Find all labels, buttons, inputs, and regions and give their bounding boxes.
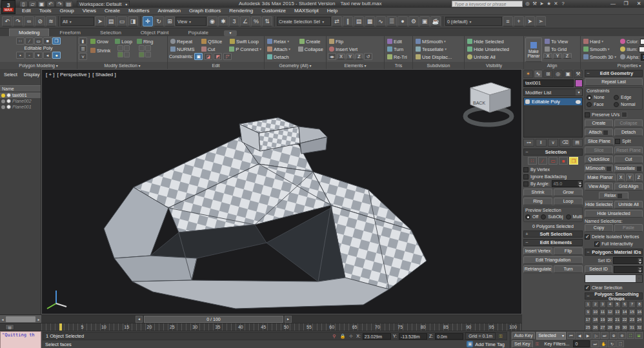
retriangulate-button[interactable]: Retriangulate: [523, 265, 552, 273]
next-frame-icon[interactable]: ▷: [592, 332, 600, 339]
smoothing-group-button[interactable]: 9: [585, 309, 591, 316]
ring-shrink-button[interactable]: [145, 45, 151, 51]
pan-icon[interactable]: ✋: [599, 340, 607, 347]
hide-unselected-button[interactable]: Hide Unselected: [585, 210, 643, 218]
current-frame-field[interactable]: 0: [573, 340, 590, 347]
explorer-name-column-header[interactable]: Name: [0, 85, 41, 92]
absolute-mode-icon[interactable]: ⊹: [348, 333, 354, 340]
border-subobject-icon[interactable]: ▭: [548, 157, 558, 165]
reset-axis-icon[interactable]: ↺: [364, 53, 372, 60]
bind-to-space-warp-icon[interactable]: ≋: [46, 16, 56, 26]
list-item[interactable]: taxi001: [0, 92, 41, 98]
ignore-backfacing-checkbox[interactable]: Ignore Backfacing: [523, 173, 583, 180]
msmooth-settings-button[interactable]: [606, 166, 612, 172]
relax-settings-button[interactable]: [617, 193, 623, 199]
menu-item[interactable]: Modifiers: [125, 8, 153, 14]
smoothing-group-button[interactable]: 4: [607, 301, 613, 308]
redo-icon[interactable]: ↷: [55, 1, 64, 7]
qslice-button[interactable]: QSlice: [200, 37, 228, 45]
go-to-start-icon[interactable]: ⏮: [567, 332, 575, 339]
exchange-icon[interactable]: ✕: [552, 1, 559, 7]
vertex-subobject-icon[interactable]: ∷: [528, 157, 537, 165]
smoothing-group-button[interactable]: 23: [629, 316, 635, 323]
cut-button[interactable]: Cut: [614, 156, 643, 163]
shrink-button[interactable]: Shrink: [523, 189, 552, 196]
z-coordinate-field[interactable]: 0.0m: [435, 333, 463, 340]
edit-tris-button[interactable]: Edit: [386, 37, 411, 45]
constraint-face-icon[interactable]: ◩: [214, 53, 222, 60]
smoothing-group-button[interactable]: 13: [614, 309, 621, 316]
hide-selected-button[interactable]: Hide Selected: [585, 201, 613, 209]
panel-label-properties[interactable]: Properties: [581, 62, 644, 69]
preview-off-radio[interactable]: Off: [525, 213, 538, 220]
planar-z-button[interactable]: Z: [635, 174, 643, 181]
repeat-button[interactable]: Repeat: [169, 37, 200, 45]
manage-layers-icon[interactable]: ≡: [503, 16, 513, 26]
favorites-icon[interactable]: ★: [545, 1, 552, 7]
smoothing-group-button[interactable]: 16: [636, 309, 643, 316]
time-slider-handle[interactable]: 0 / 100: [144, 316, 283, 323]
swift-loop-button[interactable]: Swift Loop: [228, 37, 260, 45]
loop-shrink-button[interactable]: [124, 45, 130, 51]
re-tri-button[interactable]: Re-Tri: [386, 53, 411, 61]
pin-stack-icon[interactable]: ▪: [16, 52, 25, 59]
slice-button[interactable]: Slice: [585, 147, 613, 154]
tab-object-paint[interactable]: Object Paint: [132, 29, 178, 36]
spinner-snap-icon[interactable]: ⇅: [262, 16, 272, 26]
key-mode-icon[interactable]: ⏭: [591, 340, 599, 347]
by-angle-checkbox[interactable]: By Angle: 45.0: [523, 180, 583, 187]
orbit-icon[interactable]: ↻: [608, 340, 616, 347]
paste-button[interactable]: Paste: [614, 224, 643, 232]
maxscript-mini-listener[interactable]: "Quitting th: [0, 331, 41, 348]
modifier-stack[interactable]: Editable Poly: [523, 97, 583, 138]
visibility-bulb-icon[interactable]: [1, 105, 5, 109]
zoom-extents-icon[interactable]: ⛶: [627, 332, 634, 339]
search-input[interactable]: [452, 1, 523, 7]
x-coordinate-field[interactable]: 23.029m: [363, 333, 391, 340]
menu-item[interactable]: Help: [323, 8, 341, 14]
smoothing-group-button[interactable]: 3: [599, 301, 606, 308]
edit-geometry-rollout-header[interactable]: −Edit Geometry: [585, 70, 643, 77]
tab-populate[interactable]: Populate: [179, 29, 217, 36]
panel-label-subdivision[interactable]: Subdivision: [413, 62, 464, 69]
reference-coordinate-dropdown[interactable]: View▾: [176, 17, 206, 26]
unlink-selection-icon[interactable]: ⊘: [35, 16, 45, 26]
polygon-subobject-icon[interactable]: ■: [559, 157, 568, 165]
object-name-field[interactable]: taxi001: [523, 79, 574, 87]
share-icon[interactable]: ➤: [538, 1, 545, 7]
smoothing-group-button[interactable]: 20: [607, 316, 613, 323]
panel-label-elements[interactable]: Elements: [327, 62, 384, 69]
hide-selected-button[interactable]: Hide Selected: [466, 37, 522, 45]
menu-item[interactable]: Tools: [35, 8, 55, 14]
split-checkbox[interactable]: Split: [615, 138, 643, 145]
loop-mode-button[interactable]: [117, 52, 123, 57]
shrink-button[interactable]: Shrink: [89, 46, 112, 54]
select-by-name-icon[interactable]: ▤: [106, 16, 116, 26]
collapse-button[interactable]: Collapse: [297, 45, 325, 53]
open-file-icon[interactable]: ▱: [28, 1, 37, 7]
full-interactivity-checkbox[interactable]: Full Interactivity: [585, 240, 643, 247]
smoothing-group-button[interactable]: 5: [614, 301, 621, 308]
smoothing-group-button[interactable]: 11: [599, 309, 606, 316]
smoothing-group-button[interactable]: 12: [607, 309, 613, 316]
next-modifier-icon[interactable]: ●: [52, 52, 61, 59]
by-angle-field[interactable]: 45.0: [552, 180, 583, 187]
motion-tab-icon[interactable]: ◎: [554, 70, 563, 78]
use-pivot-center-icon[interactable]: ◉: [207, 16, 217, 26]
constraint-edge-radio[interactable]: Edge: [614, 94, 641, 101]
create-button[interactable]: Create: [298, 37, 322, 45]
illum-swatch[interactable]: [639, 46, 644, 52]
wrench-icon[interactable]: ⚒: [531, 1, 538, 7]
isolate-selection-icon[interactable]: ⚲: [331, 333, 337, 340]
select-and-move-icon[interactable]: ✛: [143, 16, 153, 26]
scrollbar-thumb[interactable]: [6, 316, 35, 322]
smoothing-group-button[interactable]: 8: [636, 301, 643, 308]
border-mode-icon[interactable]: ▭: [34, 37, 43, 45]
align-icon[interactable]: ∥: [343, 16, 353, 26]
by-vertex-checkbox[interactable]: By Vertex: [523, 166, 583, 173]
create-tab-icon[interactable]: ✶: [523, 70, 533, 78]
select-tool-icon[interactable]: ▮: [79, 37, 87, 45]
msmooth-button[interactable]: MSmooth▾: [414, 37, 463, 45]
turn-button[interactable]: Turn: [554, 265, 583, 273]
window-crossing-icon[interactable]: ◨: [128, 16, 138, 26]
